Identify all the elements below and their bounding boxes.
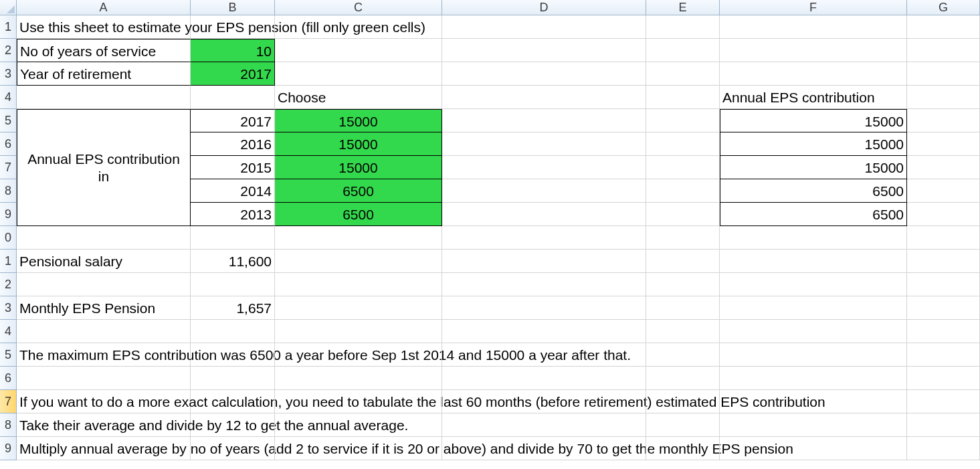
cell-D5[interactable] (442, 109, 646, 132)
cell-E18[interactable] (646, 413, 720, 437)
cell-F6[interactable]: 15000 (720, 132, 907, 156)
cell-A10[interactable] (17, 226, 191, 250)
cell-C10[interactable] (275, 226, 442, 250)
cell-B10[interactable] (191, 226, 275, 250)
cell-A12[interactable] (17, 273, 191, 296)
cell-G19[interactable] (907, 437, 980, 460)
cell-C1[interactable] (275, 15, 442, 39)
cell-F8[interactable]: 6500 (720, 179, 907, 203)
cell-A16[interactable] (17, 367, 191, 390)
row-header-10[interactable]: 0 (0, 226, 17, 250)
cell-A2[interactable]: No of years of service (17, 39, 191, 62)
cell-G16[interactable] (907, 367, 980, 390)
row-header-4[interactable]: 4 (0, 86, 17, 109)
cell-B3[interactable]: 2017 (191, 62, 275, 86)
cell-F3[interactable] (720, 62, 907, 86)
select-all-corner[interactable] (0, 0, 17, 15)
cell-B19[interactable] (191, 437, 275, 460)
cell-C11[interactable] (275, 250, 442, 273)
cell-D14[interactable] (442, 320, 646, 343)
cell-D13[interactable] (442, 296, 646, 320)
cell-G7[interactable] (907, 156, 980, 179)
cell-D6[interactable] (442, 132, 646, 156)
cell-G6[interactable] (907, 132, 980, 156)
cell-G3[interactable] (907, 62, 980, 86)
cell-B4[interactable] (191, 86, 275, 109)
row-header-11[interactable]: 1 (0, 250, 17, 273)
cell-D12[interactable] (442, 273, 646, 296)
cell-D16[interactable] (442, 367, 646, 390)
cell-G9[interactable] (907, 203, 980, 226)
cell-A13[interactable]: Monthly EPS Pension (17, 296, 191, 320)
cell-G17[interactable] (907, 390, 980, 413)
cell-B16[interactable] (191, 367, 275, 390)
col-header-B[interactable]: B (191, 0, 275, 15)
cell-E2[interactable] (646, 39, 720, 62)
cell-F2[interactable] (720, 39, 907, 62)
cell-F11[interactable] (720, 250, 907, 273)
cell-F10[interactable] (720, 226, 907, 250)
cell-E8[interactable] (646, 179, 720, 203)
cell-E12[interactable] (646, 273, 720, 296)
cell-C2[interactable] (275, 39, 442, 62)
cell-D18[interactable] (442, 413, 646, 437)
cell-B5[interactable]: 2017 (191, 109, 275, 132)
row-header-17[interactable]: 7 (0, 390, 17, 413)
cell-B2[interactable]: 10 (191, 39, 275, 62)
row-header-15[interactable]: 5 (0, 343, 17, 367)
cell-C4[interactable]: Choose (275, 86, 442, 109)
cell-C12[interactable] (275, 273, 442, 296)
cell-B18[interactable] (191, 413, 275, 437)
cell-C6[interactable]: 15000 (275, 132, 442, 156)
cell-G10[interactable] (907, 226, 980, 250)
cell-D10[interactable] (442, 226, 646, 250)
row-header-8[interactable]: 8 (0, 179, 17, 203)
row-header-2[interactable]: 2 (0, 39, 17, 62)
cell-F19[interactable] (720, 437, 907, 460)
col-header-G[interactable]: G (907, 0, 980, 15)
cell-G2[interactable] (907, 39, 980, 62)
cell-C17[interactable] (275, 390, 442, 413)
col-header-E[interactable]: E (646, 0, 720, 15)
cell-A3[interactable]: Year of retirement (17, 62, 191, 86)
row-header-18[interactable]: 8 (0, 413, 17, 437)
cell-F1[interactable] (720, 15, 907, 39)
cell-E16[interactable] (646, 367, 720, 390)
cell-D7[interactable] (442, 156, 646, 179)
cell-C14[interactable] (275, 320, 442, 343)
cell-A15[interactable]: The maximum EPS contribution was 6500 a … (17, 343, 191, 367)
cell-C9[interactable]: 6500 (275, 203, 442, 226)
cell-G18[interactable] (907, 413, 980, 437)
cell-C13[interactable] (275, 296, 442, 320)
col-header-A[interactable]: A (17, 0, 191, 15)
cell-A1[interactable]: Use this sheet to estimate your EPS pens… (17, 15, 191, 39)
cell-C18[interactable] (275, 413, 442, 437)
cell-G4[interactable] (907, 86, 980, 109)
cell-C8[interactable]: 6500 (275, 179, 442, 203)
cell-D2[interactable] (442, 39, 646, 62)
row-header-3[interactable]: 3 (0, 62, 17, 86)
cell-C7[interactable]: 15000 (275, 156, 442, 179)
cell-E17[interactable] (646, 390, 720, 413)
cell-F18[interactable] (720, 413, 907, 437)
cell-A18[interactable]: Take their average and divide by 12 to g… (17, 413, 191, 437)
row-header-1[interactable]: 1 (0, 15, 17, 39)
col-header-D[interactable]: D (442, 0, 646, 15)
cell-E15[interactable] (646, 343, 720, 367)
cell-B15[interactable] (191, 343, 275, 367)
cell-C15[interactable] (275, 343, 442, 367)
cell-E6[interactable] (646, 132, 720, 156)
cell-B6[interactable]: 2016 (191, 132, 275, 156)
cell-A4[interactable] (17, 86, 191, 109)
cell-G1[interactable] (907, 15, 980, 39)
cell-G14[interactable] (907, 320, 980, 343)
cell-E10[interactable] (646, 226, 720, 250)
cell-D4[interactable] (442, 86, 646, 109)
cell-E19[interactable] (646, 437, 720, 460)
cell-B14[interactable] (191, 320, 275, 343)
row-header-19[interactable]: 9 (0, 437, 17, 460)
cell-E13[interactable] (646, 296, 720, 320)
cell-E11[interactable] (646, 250, 720, 273)
cell-D15[interactable] (442, 343, 646, 367)
row-header-9[interactable]: 9 (0, 203, 17, 226)
